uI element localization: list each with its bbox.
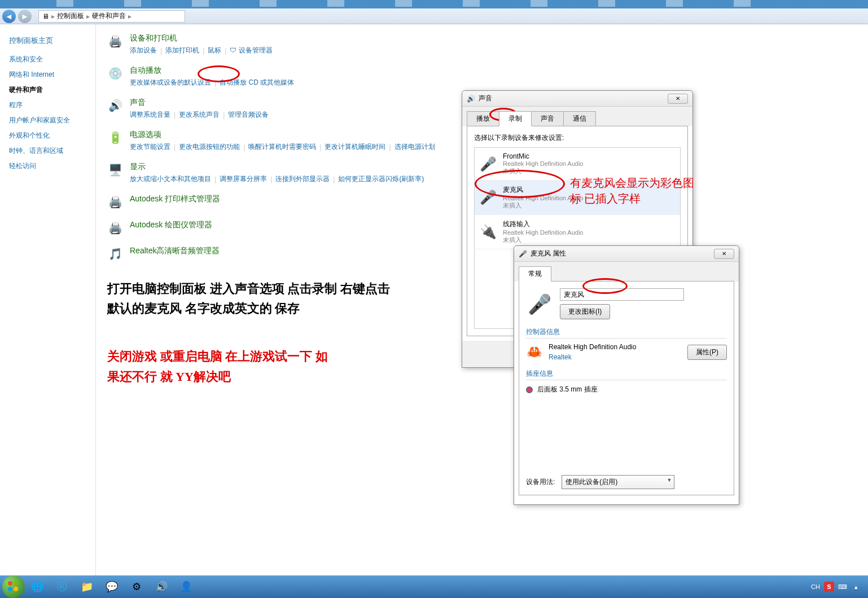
category-link[interactable]: 自动播放 CD 或其他媒体 [220, 78, 294, 87]
usage-label: 设备用法: [526, 477, 555, 487]
category-icon: 🔊 [107, 98, 123, 113]
jack-color-icon [526, 386, 533, 393]
address-bar: ◄ ► 🖥 ▸ 控制面板 ▸ 硬件和声音 ▸ [0, 8, 868, 24]
device-frontmic[interactable]: 🎤 FrontMic Realtek High Definition Audio… [475, 148, 680, 181]
category-icon: 🔋 [107, 130, 123, 146]
tab-recording[interactable]: 录制 [499, 111, 532, 126]
category-title[interactable]: 自动播放 [130, 65, 857, 76]
controller-vendor: Realtek [549, 353, 681, 361]
tab-general[interactable]: 常规 [519, 266, 551, 282]
tray-chevron-icon[interactable]: ▴ [851, 582, 861, 592]
category-icon: 🖨️ [107, 220, 123, 236]
device-mic[interactable]: 🎤 麦克风 Realtek High Definition Audio 未插入 [475, 181, 680, 215]
breadcrumb-seg2[interactable]: 硬件和声音 [92, 11, 126, 21]
sidebar-item-hardware[interactable]: 硬件和声音 [9, 85, 86, 95]
category-link[interactable]: 更改节能设置 [130, 142, 170, 152]
category-0: 🖨️ 设备和打印机 添加设备 | 添加打印机 | 鼠标 | 🛡 设备管理器 [107, 33, 857, 55]
category-link[interactable]: 🛡 设备管理器 [230, 46, 272, 55]
category-link[interactable]: 更改媒体或设备的默认设置 [130, 78, 211, 87]
task-app5[interactable]: 👤 [175, 578, 198, 596]
category-link[interactable]: 添加打印机 [165, 46, 199, 55]
category-link[interactable]: 唤醒计算机时需要密码 [248, 142, 316, 152]
svg-point-2 [8, 587, 12, 591]
sidebar-home[interactable]: 控制面板主页 [9, 36, 86, 46]
task-app3[interactable]: ⚙ [125, 578, 148, 596]
task-explorer[interactable]: 📁 [76, 578, 98, 596]
tab-comm[interactable]: 通信 [563, 111, 596, 126]
mic-properties-dialog: 🎤麦克风 属性 ✕ 常规 🎤 更改图标(I) 控制器信息 🦀 Realtek H… [514, 245, 739, 505]
breadcrumb-seg1[interactable]: 控制面板 [57, 11, 84, 21]
device-linein[interactable]: 🔌 线路输入 Realtek High Definition Audio 未插入 [475, 215, 680, 249]
sidebar-item-users[interactable]: 用户帐户和家庭安全 [9, 116, 86, 125]
mic-icon: 🎤 [479, 188, 497, 206]
mic-icon: 🎤 [479, 155, 497, 173]
category-link[interactable]: 调整屏幕分辨率 [220, 174, 267, 184]
jack-value: 后面板 3.5 mm 插座 [537, 385, 598, 394]
svg-point-0 [8, 581, 12, 586]
task-app2[interactable]: 💬 [100, 578, 123, 596]
task-ie[interactable]: 🌐 [26, 578, 49, 596]
category-link[interactable]: 更改电源按钮的功能 [179, 142, 240, 152]
category-link[interactable]: 如何更正显示器闪烁(刷新率) [338, 174, 424, 184]
task-app4[interactable]: 🔊 [150, 578, 173, 596]
sound-dialog-titlebar[interactable]: 🔊声音 ✕ [462, 91, 692, 107]
category-icon: 🖥️ [107, 162, 123, 178]
category-1: 💿 自动播放 更改媒体或设备的默认设置 | 自动播放 CD 或其他媒体 [107, 65, 857, 87]
category-link[interactable]: 放大或缩小文本和其他项目 [130, 174, 211, 184]
category-icon: 🖨️ [107, 194, 123, 210]
jack-info-label: 插座信息 [526, 369, 727, 380]
back-button[interactable]: ◄ [2, 10, 16, 23]
speaker-icon: 🔊 [467, 95, 475, 103]
mic-icon: 🎤 [519, 250, 527, 258]
start-button[interactable] [2, 575, 25, 598]
close-button[interactable]: ✕ [714, 249, 734, 259]
taskbar: 🌐 Ⓚ 📁 💬 ⚙ 🔊 👤 CH S ⌨ ▴ [0, 575, 868, 598]
desktop-icon-strip [0, 0, 868, 8]
sidebar-item-programs[interactable]: 程序 [9, 100, 86, 110]
category-link[interactable]: 选择电源计划 [394, 142, 435, 152]
category-link[interactable]: 连接到外部显示器 [275, 174, 330, 184]
device-prompt: 选择以下录制设备来修改设置: [474, 133, 681, 143]
category-link[interactable]: 更改计算机睡眠时间 [325, 142, 385, 152]
home-icon: 🖥 [42, 12, 49, 20]
sound-tabs: 播放 录制 声音 通信 [462, 107, 692, 126]
system-tray: CH S ⌨ ▴ [810, 582, 866, 592]
sidebar-item-appearance[interactable]: 外观和个性化 [9, 131, 86, 140]
controller-name: Realtek High Definition Audio [549, 343, 681, 351]
svg-point-3 [14, 587, 18, 591]
sound-dialog-title: 声音 [479, 94, 492, 103]
svg-point-1 [14, 581, 18, 586]
category-link[interactable]: 添加设备 [130, 46, 157, 55]
sidebar-item-clock[interactable]: 时钟、语言和区域 [9, 146, 86, 156]
tray-lang[interactable]: CH [810, 582, 821, 592]
sidebar-item-ease[interactable]: 轻松访问 [9, 161, 86, 171]
category-icon: 🖨️ [107, 33, 123, 49]
forward-button[interactable]: ► [18, 10, 32, 23]
category-link[interactable]: 更改系统声音 [179, 110, 220, 120]
realtek-crab-icon: 🦀 [526, 344, 542, 360]
usage-dropdown[interactable]: 使用此设备(启用) [562, 475, 674, 489]
sidebar: 控制面板主页 系统和安全 网络和 Internet 硬件和声音 程序 用户帐户和… [0, 24, 96, 598]
plug-icon: 🔌 [479, 223, 497, 241]
sidebar-item-network[interactable]: 网络和 Internet [9, 70, 86, 80]
sidebar-item-system[interactable]: 系统和安全 [9, 55, 86, 64]
device-name-input[interactable] [560, 288, 684, 301]
category-title[interactable]: 设备和打印机 [130, 33, 857, 43]
mic-large-icon: 🎤 [526, 293, 553, 315]
controller-props-button[interactable]: 属性(P) [687, 345, 727, 360]
props-title: 麦克风 属性 [531, 249, 566, 258]
change-icon-button[interactable]: 更改图标(I) [560, 304, 610, 319]
category-link[interactable]: 管理音频设备 [228, 110, 269, 120]
task-app1[interactable]: Ⓚ [51, 578, 73, 596]
controller-info-label: 控制器信息 [526, 327, 727, 338]
category-link[interactable]: 调整系统音量 [130, 110, 170, 120]
category-link[interactable]: 鼠标 [208, 46, 221, 55]
breadcrumb[interactable]: 🖥 ▸ 控制面板 ▸ 硬件和声音 ▸ [38, 10, 185, 23]
tray-sogou[interactable]: S [824, 582, 834, 592]
tab-sounds[interactable]: 声音 [531, 111, 564, 126]
close-button[interactable]: ✕ [668, 94, 688, 104]
tab-playback[interactable]: 播放 [467, 111, 499, 126]
props-titlebar[interactable]: 🎤麦克风 属性 ✕ [514, 246, 739, 262]
tray-keyboard-icon[interactable]: ⌨ [838, 582, 848, 592]
category-icon: 💿 [107, 65, 123, 81]
